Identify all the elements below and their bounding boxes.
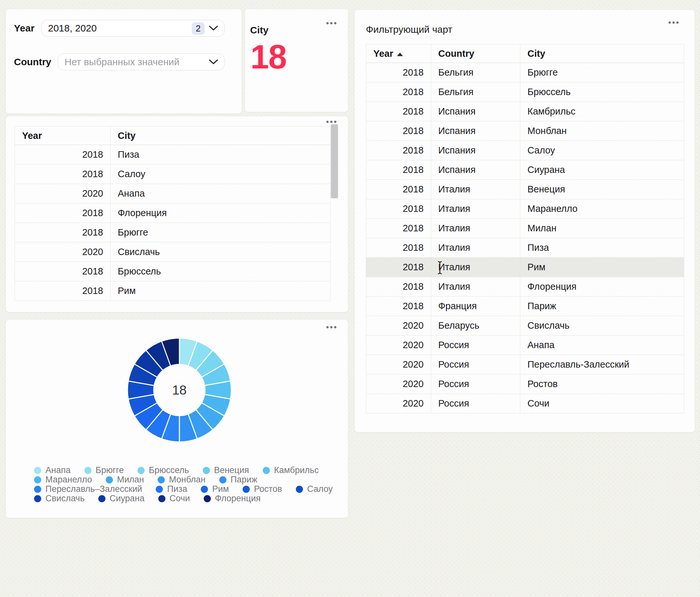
legend-item[interactable]: Рим: [201, 484, 229, 494]
table-row[interactable]: 2018ИталияВенеция: [366, 180, 684, 199]
legend-item[interactable]: Брюгге: [84, 465, 124, 475]
legend-label: Венеция: [214, 465, 249, 475]
legend-item[interactable]: Анапа: [34, 465, 71, 475]
cell-city: Анапа: [520, 335, 684, 355]
legend-item[interactable]: Брюссель: [138, 465, 189, 475]
legend-color-dot: [138, 467, 145, 474]
indicator-value: 18: [250, 40, 286, 74]
table-row[interactable]: 2018ИталияРим: [366, 257, 684, 277]
legend-item[interactable]: Ростов: [243, 484, 282, 494]
cell-year: 2018: [15, 223, 110, 242]
widget-menu-button[interactable]: [326, 121, 336, 123]
table-row[interactable]: 2018Рим: [15, 281, 330, 301]
cell-city: Флоренция: [110, 203, 330, 223]
table-row[interactable]: 2018ИталияФлоренция: [366, 277, 684, 297]
legend-item[interactable]: Монблан: [158, 475, 206, 485]
column-header-year[interactable]: Year: [366, 45, 431, 63]
legend-item[interactable]: Салоу: [296, 484, 333, 494]
cell-country: Италия: [431, 219, 520, 238]
table-row[interactable]: 2018БельгияБрюссель: [366, 82, 684, 102]
legend-item[interactable]: Маранелло: [34, 475, 92, 485]
cell-year: 2018: [366, 297, 431, 316]
column-header-year[interactable]: Year: [15, 127, 110, 145]
table-row[interactable]: 2018Пиза: [15, 145, 330, 165]
table-row[interactable]: 2018ИспанияКамбрильс: [366, 102, 684, 121]
cell-year: 2018: [366, 257, 431, 277]
cell-country: Италия: [431, 199, 520, 219]
cell-country: Италия: [431, 180, 520, 199]
column-header-country[interactable]: Country: [431, 45, 520, 63]
table-row[interactable]: 2020БеларусьСвислачь: [366, 316, 684, 335]
cell-city: Салоу: [110, 165, 330, 184]
cell-country: Франция: [431, 297, 520, 316]
legend-item[interactable]: Камбрильс: [263, 465, 319, 475]
chevron-down-icon: [209, 59, 218, 65]
legend-color-dot: [296, 486, 303, 493]
cell-year: 2018: [366, 121, 431, 141]
legend-label: Салоу: [307, 484, 333, 494]
legend-item[interactable]: Милан: [106, 475, 144, 485]
cell-country: Испания: [431, 102, 520, 121]
table-row[interactable]: 2020Анапа: [15, 184, 330, 203]
country-filter-select[interactable]: Нет выбранных значений: [58, 53, 225, 70]
widget-menu-button[interactable]: [326, 326, 336, 328]
table-row[interactable]: 2020Свислачь: [15, 242, 330, 262]
table-row[interactable]: 2018БельгияБрюгге: [366, 63, 684, 82]
table-row[interactable]: 2020РоссияАнапа: [366, 335, 684, 355]
legend-item[interactable]: Сиурана: [98, 494, 145, 503]
table-row[interactable]: 2020РоссияПереславль-Залесский: [366, 355, 684, 374]
year-filter-select[interactable]: 2018, 2020 2: [41, 20, 225, 37]
cell-country: Италия: [431, 277, 520, 297]
table-row[interactable]: 2018ИталияМилан: [366, 219, 684, 238]
selectors-widget: Year 2018, 2020 2 Country Нет выбранных …: [6, 9, 242, 114]
legend-label: Монблан: [169, 475, 206, 485]
widget-menu-button[interactable]: [326, 22, 336, 24]
legend-item[interactable]: Париж: [219, 475, 257, 485]
table-row[interactable]: 2018Флоренция: [15, 203, 330, 223]
column-header-city[interactable]: City: [520, 45, 684, 63]
cell-year: 2018: [15, 262, 110, 281]
legend-item[interactable]: Венеция: [203, 465, 249, 475]
legend-row: Переславль–ЗалесскийПизаРимРостовСалоу: [34, 484, 333, 494]
vertical-scrollbar-thumb[interactable]: [331, 124, 338, 198]
selected-count-badge: 2: [192, 22, 205, 35]
cell-city: Свислачь: [520, 316, 684, 335]
cell-city: Брюгге: [520, 63, 684, 82]
cell-city: Камбрильс: [520, 102, 684, 121]
table-row[interactable]: 2018Брюссель: [15, 262, 330, 281]
legend-item[interactable]: Переславль–Залесский: [34, 484, 142, 494]
legend-item[interactable]: Флоренция: [204, 494, 261, 503]
cell-city: Монблан: [520, 121, 684, 141]
cell-city: Анапа: [110, 184, 330, 203]
table-row[interactable]: 2018Брюгге: [15, 223, 330, 242]
cell-year: 2018: [366, 180, 431, 199]
cell-year: 2020: [15, 242, 110, 262]
cell-year: 2018: [366, 141, 431, 160]
legend-item[interactable]: Пиза: [156, 484, 187, 494]
cell-year: 2020: [15, 184, 110, 203]
table-row[interactable]: 2018ФранцияПариж: [366, 297, 684, 316]
cell-city: Флоренция: [520, 277, 684, 297]
donut-chart[interactable]: [124, 335, 234, 445]
cell-city: Милан: [520, 219, 684, 238]
legend-label: Камбрильс: [274, 465, 319, 475]
cell-year: 2020: [366, 316, 431, 335]
filter-chart-widget: Фильтрующий чарт Year Country City 2018Б…: [354, 10, 695, 432]
legend-item[interactable]: Свислачь: [34, 494, 85, 503]
table-row[interactable]: 2018ИспанияСиурана: [366, 160, 684, 180]
cell-city: Брюссель: [110, 262, 330, 281]
cell-country: Италия: [431, 257, 520, 277]
table-row[interactable]: 2018ИталияМаранелло: [366, 199, 684, 219]
table-row[interactable]: 2020РоссияРостов: [366, 374, 684, 394]
table-row[interactable]: 2018ИспанияСалоу: [366, 141, 684, 160]
legend-label: Анапа: [45, 465, 71, 475]
column-header-city[interactable]: City: [110, 127, 330, 145]
widget-menu-button[interactable]: [669, 21, 679, 24]
table-row[interactable]: 2018ИталияПиза: [366, 238, 684, 257]
table-row[interactable]: 2020РоссияСочи: [366, 394, 684, 413]
table-row[interactable]: 2018Салоу: [15, 165, 330, 184]
cell-city: Пиза: [110, 145, 330, 165]
indicator-widget: City 18: [245, 9, 348, 112]
table-row[interactable]: 2018ИспанияМонблан: [366, 121, 684, 141]
legend-item[interactable]: Сочи: [158, 494, 190, 503]
